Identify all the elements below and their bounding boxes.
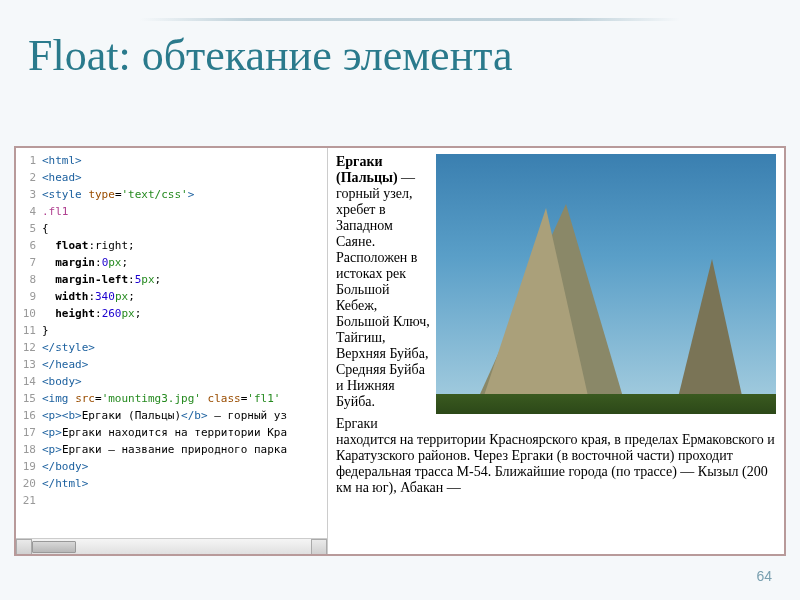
preview-pane: Ергаки (Пальцы) — горный узел, хребет в … [328,148,784,554]
code-line: 21 [16,492,327,509]
line-number: 7 [16,254,42,271]
code-text: <p><b>Ергаки (Пальцы)</b> — горный уз [42,407,327,424]
code-text: </style> [42,339,327,356]
code-line: 8 margin-left:5px; [16,271,327,288]
code-text: { [42,220,327,237]
line-number: 17 [16,424,42,441]
line-number: 20 [16,475,42,492]
line-number: 14 [16,373,42,390]
line-number: 5 [16,220,42,237]
line-number: 13 [16,356,42,373]
line-number: 15 [16,390,42,407]
line-number: 9 [16,288,42,305]
code-line: 10 height:260px; [16,305,327,322]
preview-paragraph-2: Ергаки находится на территории Красноярс… [336,416,776,496]
line-number: 3 [16,186,42,203]
line-number: 11 [16,322,42,339]
line-number: 16 [16,407,42,424]
code-line: 12</style> [16,339,327,356]
line-number: 10 [16,305,42,322]
code-line: 9 width:340px; [16,288,327,305]
line-number: 12 [16,339,42,356]
scroll-left-arrow[interactable] [16,539,32,554]
code-text: <p>Ергаки находится на территории Кра [42,424,327,441]
code-text: height:260px; [42,305,327,322]
scroll-right-arrow[interactable] [311,539,327,554]
code-text: <img src='mountimg3.jpg' class='fl1' [42,390,327,407]
code-line: 15<img src='mountimg3.jpg' class='fl1' [16,390,327,407]
code-line: 16<p><b>Ергаки (Пальцы)</b> — горный уз [16,407,327,424]
line-number: 6 [16,237,42,254]
line-number: 8 [16,271,42,288]
code-line: 11} [16,322,327,339]
code-text: </head> [42,356,327,373]
scrollbar-thumb[interactable] [32,541,76,553]
line-number: 2 [16,169,42,186]
line-number: 19 [16,458,42,475]
preview-para1-rest: — горный узел, хребет в Западном Саяне. … [336,170,430,409]
code-line: 20</html> [16,475,327,492]
line-number: 4 [16,203,42,220]
code-line: 7 margin:0px; [16,254,327,271]
line-number: 1 [16,152,42,169]
code-text: margin-left:5px; [42,271,327,288]
slide: Float: обтекание элемента 1<html>2<head>… [0,0,800,600]
code-line: 2<head> [16,169,327,186]
code-text: <body> [42,373,327,390]
preview-title-bold: Ергаки (Пальцы) [336,154,398,185]
code-line: 13</head> [16,356,327,373]
code-text: float:right; [42,237,327,254]
code-text: <style type='text/css'> [42,186,327,203]
code-text: margin:0px; [42,254,327,271]
code-text: </html> [42,475,327,492]
code-line: 17<p>Ергаки находится на территории Кра [16,424,327,441]
code-text [42,492,327,509]
code-line: 3<style type='text/css'> [16,186,327,203]
code-text: .fl1 [42,203,327,220]
code-line: 5{ [16,220,327,237]
code-line: 6 float:right; [16,237,327,254]
slide-title: Float: обтекание элемента [28,32,512,80]
code-text: <head> [42,169,327,186]
line-number: 18 [16,441,42,458]
code-line: 18<p>Ергаки — название природного парка [16,441,327,458]
code-line: 19</body> [16,458,327,475]
code-line: 1<html> [16,152,327,169]
code-text: width:340px; [42,288,327,305]
line-number: 21 [16,492,42,509]
decorative-line [140,18,680,21]
mountain-image [436,154,776,414]
example-frame: 1<html>2<head>3<style type='text/css'>4.… [14,146,786,556]
horizontal-scrollbar[interactable] [16,538,327,554]
code-text: </body> [42,458,327,475]
code-line: 14<body> [16,373,327,390]
code-text: <p>Ергаки — название природного парка [42,441,327,458]
code-editor-pane: 1<html>2<head>3<style type='text/css'>4.… [16,148,328,554]
page-number: 64 [756,568,772,584]
code-text: } [42,322,327,339]
code-line: 4.fl1 [16,203,327,220]
code-text: <html> [42,152,327,169]
code-lines: 1<html>2<head>3<style type='text/css'>4.… [16,148,327,509]
